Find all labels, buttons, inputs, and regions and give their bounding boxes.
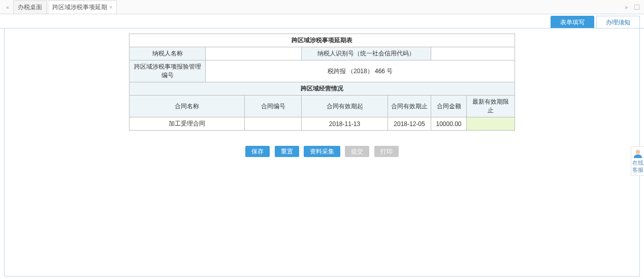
cell-contract-no <box>245 117 302 131</box>
submit-button: 提交 <box>345 146 369 157</box>
cell-valid-to: 2018-12-05 <box>388 117 431 131</box>
sub-tab-bar: 表单填写 办理须知 <box>0 14 644 28</box>
avatar-icon <box>633 149 642 158</box>
tab-menu-icon[interactable] <box>632 4 642 11</box>
content-area: 跨区域涉税事项延期表 纳税人名称 纳税人识别号（统一社会信用代码） 跨区域涉税事… <box>4 28 640 276</box>
tab-label: 办税桌面 <box>18 1 42 14</box>
tab-label: 跨区域涉税事项延期 <box>52 1 107 14</box>
label-taxpayer-id: 纳税人识别号（统一社会信用代码） <box>302 47 431 60</box>
col-contract-name: 合同名称 <box>130 96 245 117</box>
cell-contract-name: 加工受理合同 <box>130 117 245 131</box>
table-row: 加工受理合同 2018-11-13 2018-12-05 10000.00 <box>130 117 515 131</box>
col-contract-no: 合同编号 <box>245 96 302 117</box>
form-table: 跨区域涉税事项延期表 纳税人名称 纳税人识别号（统一社会信用代码） 跨区域涉税事… <box>129 34 515 131</box>
tab-desktop[interactable]: 办税桌面 <box>13 1 47 14</box>
col-valid-to: 合同有效期止 <box>388 96 431 117</box>
value-mgmt-no: 税跨报 （2018） 466 号 <box>206 60 515 82</box>
save-button[interactable]: 保存 <box>245 146 270 157</box>
tab-form-fill[interactable]: 表单填写 <box>551 16 594 28</box>
collect-button[interactable]: 资料采集 <box>304 146 340 157</box>
tab-scroll-left-icon[interactable]: « <box>2 4 13 10</box>
cell-amount: 10000.00 <box>431 117 467 131</box>
cell-valid-from: 2018-11-13 <box>302 117 388 131</box>
label-taxpayer-name: 纳税人名称 <box>130 47 206 60</box>
customer-service-button[interactable]: 在线客服 <box>631 146 644 176</box>
reset-button[interactable]: 重置 <box>275 146 299 157</box>
tab-scroll-right-icon[interactable]: » <box>621 4 632 10</box>
value-taxpayer-id[interactable] <box>431 47 515 60</box>
label-mgmt-no: 跨区域涉税事项报验管理编号 <box>130 60 206 82</box>
col-amount: 合同金额 <box>431 96 467 117</box>
svg-rect-0 <box>634 5 639 10</box>
col-valid-from: 合同有效期起 <box>302 96 388 117</box>
value-taxpayer-name[interactable] <box>206 47 302 60</box>
window-tab-bar: « 办税桌面 跨区域涉税事项延期 × » <box>0 0 644 14</box>
form-title: 跨区域涉税事项延期表 <box>130 34 515 47</box>
col-new-valid-to: 最新有效期限止 <box>467 96 515 117</box>
close-icon[interactable]: × <box>109 1 112 14</box>
tab-notice[interactable]: 办理须知 <box>596 16 640 28</box>
cell-new-valid-to[interactable] <box>467 117 515 131</box>
customer-service-label: 在线客服 <box>631 159 644 173</box>
button-bar: 保存 重置 资料采集 提交 打印 <box>5 146 639 157</box>
section-header: 跨区域经营情况 <box>130 82 515 96</box>
print-button: 打印 <box>374 146 399 157</box>
svg-point-1 <box>635 150 640 154</box>
tab-cross-region-extension[interactable]: 跨区域涉税事项延期 × <box>48 1 117 14</box>
